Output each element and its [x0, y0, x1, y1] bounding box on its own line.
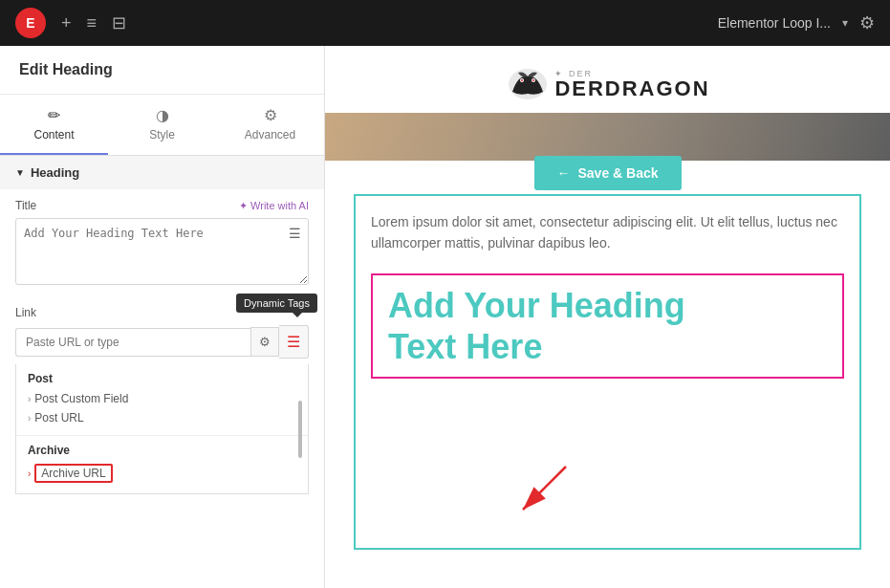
back-arrow-icon: ←	[556, 165, 570, 181]
right-canvas: ✦ DER DERDRAGON ← Save & Back Lorem ipsu…	[325, 46, 890, 588]
section-title: Heading	[31, 165, 79, 180]
advanced-tab-icon: ⚙	[264, 106, 277, 124]
save-back-label: Save & Back	[577, 165, 658, 181]
svg-point-4	[532, 79, 534, 81]
section-collapse-icon: ▼	[15, 167, 25, 178]
title-label: Title	[15, 199, 36, 212]
tab-advanced-label: Advanced	[245, 128, 295, 142]
link-settings-button[interactable]: ⚙	[250, 327, 279, 357]
archive-group: Archive › Archive URL	[16, 436, 308, 493]
arrow-icon: ›	[28, 468, 31, 479]
canvas-inner: ✦ DER DERDRAGON ← Save & Back Lorem ipsu…	[325, 46, 890, 588]
link-input[interactable]	[15, 328, 250, 357]
dynamic-tags-dropdown: Post › Post Custom Field › Post URL Arch…	[15, 364, 309, 494]
svg-point-3	[521, 79, 523, 81]
left-panel: Edit Heading ✏ Content ◑ Style ⚙ Advance…	[0, 46, 325, 588]
panel-content: ▼ Heading Title ✦ Write with AI ☰	[0, 156, 324, 588]
hero-overlay	[325, 113, 890, 161]
archive-url-label: Archive URL	[34, 464, 112, 483]
heading-textarea[interactable]	[15, 218, 309, 285]
elementor-logo[interactable]: E	[15, 8, 46, 38]
write-with-ai-button[interactable]: ✦ Write with AI	[239, 200, 309, 212]
post-url-label: Post URL	[34, 411, 83, 425]
dynamic-tags-button[interactable]: ☰ Dynamic Tags	[279, 325, 309, 359]
arrow-icon: ›	[28, 413, 31, 424]
top-bar: E + ≡ ⊟ Elementor Loop I... ▾ ⚙	[0, 0, 890, 46]
top-bar-right: Elementor Loop I... ▾ ⚙	[718, 12, 875, 33]
textarea-wrapper: ☰	[15, 218, 309, 289]
post-group: Post › Post Custom Field › Post URL	[16, 364, 308, 435]
textarea-menu-icon[interactable]: ☰	[289, 226, 301, 241]
dragon-logo-icon	[505, 65, 551, 103]
post-group-title: Post	[28, 372, 296, 385]
post-url-item[interactable]: › Post URL	[28, 408, 296, 427]
settings-icon[interactable]: ⚙	[859, 12, 875, 33]
hero-area	[325, 113, 890, 161]
arrow-icon: ›	[28, 394, 31, 404]
tab-style[interactable]: ◑ Style	[108, 95, 216, 155]
layers-icon[interactable]: ⊟	[112, 12, 126, 33]
logo-wrapper: ✦ DER DERDRAGON	[505, 65, 709, 103]
tab-style-label: Style	[149, 128, 175, 142]
logo-area: ✦ DER DERDRAGON	[325, 46, 890, 113]
content-tab-icon: ✏	[48, 106, 60, 124]
content-box: Lorem ipsum dolor sit amet, consectetur …	[354, 194, 861, 550]
logo-main: DERDRAGON	[554, 78, 709, 99]
heading-display-text: Add Your Heading Text Here	[388, 285, 827, 367]
add-button[interactable]: +	[61, 13, 72, 33]
site-name: Elementor Loop I...	[718, 15, 831, 31]
chevron-down-icon[interactable]: ▾	[842, 16, 848, 30]
link-input-wrapper: ⚙ ☰ Dynamic Tags	[15, 325, 309, 359]
link-field-row: Link ⚙ ☰ Dynamic Tags Post ›	[0, 298, 324, 502]
title-field-row: Title ✦ Write with AI ☰	[0, 189, 324, 298]
tab-content[interactable]: ✏ Content	[0, 95, 108, 155]
archive-group-title: Archive	[28, 444, 296, 457]
top-bar-left: E + ≡ ⊟	[15, 8, 126, 38]
scroll-indicator	[298, 401, 302, 458]
svg-line-6	[523, 467, 566, 510]
tabs-row: ✏ Content ◑ Style ⚙ Advanced	[0, 95, 324, 156]
post-custom-field-label: Post Custom Field	[34, 392, 128, 405]
post-custom-field-item[interactable]: › Post Custom Field	[28, 389, 296, 408]
heading-display: Add Your Heading Text Here	[371, 273, 844, 379]
tab-advanced[interactable]: ⚙ Advanced	[216, 95, 324, 155]
tab-content-label: Content	[33, 128, 74, 142]
title-label-row: Title ✦ Write with AI	[15, 199, 309, 212]
filter-icon[interactable]: ≡	[87, 13, 98, 33]
heading-section-header[interactable]: ▼ Heading	[0, 156, 324, 189]
archive-url-item[interactable]: › Archive URL	[28, 461, 296, 486]
content-text: Lorem ipsum dolor sit amet, consectetur …	[371, 211, 844, 254]
panel-title: Edit Heading	[0, 46, 324, 95]
annotation-arrow	[509, 457, 585, 524]
logo-text-area: ✦ DER DERDRAGON	[554, 70, 709, 99]
save-back-button[interactable]: ← Save & Back	[533, 156, 681, 190]
main-layout: Edit Heading ✏ Content ◑ Style ⚙ Advance…	[0, 46, 890, 588]
style-tab-icon: ◑	[156, 106, 169, 124]
ai-icon: ✦	[239, 200, 248, 212]
dynamic-tags-tooltip: Dynamic Tags	[236, 294, 317, 313]
